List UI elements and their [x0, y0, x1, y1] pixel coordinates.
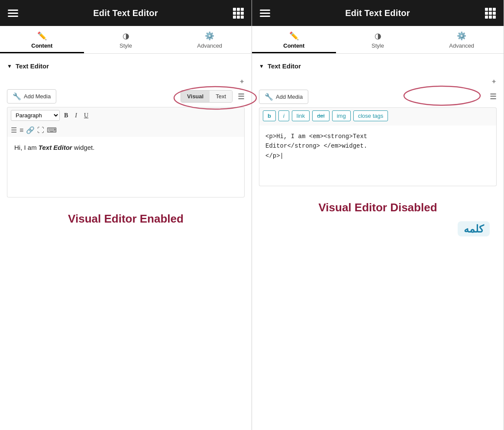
- expand-icon-left[interactable]: ✦: [7, 78, 245, 86]
- tab-advanced-label-right: Advanced: [449, 42, 474, 49]
- right-caption: Visual Editor Disabled: [259, 197, 497, 219]
- expand-area-right: ✦: [259, 78, 497, 86]
- tag-link-button[interactable]: link: [292, 110, 310, 121]
- section-arrow-left: ▼: [7, 63, 12, 69]
- fullscreen-icon[interactable]: ⛶: [37, 126, 44, 134]
- add-media-icon-left: 🔧: [13, 92, 21, 100]
- style-icon-left: ◑: [123, 32, 129, 40]
- format-toolbar-left: Paragraph B I U: [7, 107, 245, 123]
- add-media-label-right: Add Media: [276, 94, 303, 100]
- right-panel: Edit Text Editor ✏️ Content ◑ Style ⚙️ A…: [252, 0, 504, 430]
- link-icon[interactable]: 🔗: [26, 126, 35, 134]
- add-media-icon-right: 🔧: [265, 93, 273, 101]
- db-icon-left[interactable]: ☰: [238, 92, 245, 101]
- left-panel: Edit Text Editor ✏️ Content ◑ Style ⚙️ A…: [0, 0, 252, 430]
- advanced-icon-left: ⚙️: [205, 32, 214, 40]
- left-toolbar-area: 🔧 Add Media Visual Text ☰: [7, 89, 245, 103]
- format-toolbar-2-left: ☰ ≡ 🔗 ⛶ ⌨: [7, 123, 245, 137]
- right-tabs: ✏️ Content ◑ Style ⚙️ Advanced: [252, 26, 504, 54]
- grid-icon-left[interactable]: [233, 8, 244, 19]
- tag-i-button[interactable]: i: [278, 110, 289, 121]
- logo-watermark: كلمه: [259, 219, 497, 241]
- view-toggle-left: Visual Text: [181, 90, 233, 103]
- bold-button[interactable]: B: [61, 111, 71, 120]
- right-text-editor-body[interactable]: <p>Hi, I am <em><strong>Text Editor</str…: [259, 126, 497, 186]
- left-content: ▼ Text Editor ✦ 🔧 Add Media Visu: [0, 54, 252, 430]
- tab-advanced-left[interactable]: ⚙️ Advanced: [168, 26, 252, 53]
- tab-content-label-left: Content: [31, 42, 52, 49]
- pencil-icon-left: ✏️: [37, 32, 47, 40]
- left-tabs: ✏️ Content ◑ Style ⚙️ Advanced: [0, 26, 252, 54]
- tab-style-left[interactable]: ◑ Style: [84, 26, 168, 53]
- left-header: Edit Text Editor: [0, 0, 252, 26]
- editor-text-before: Hi, I am: [14, 144, 39, 151]
- empty-toggle-area: [407, 89, 481, 104]
- paragraph-select[interactable]: Paragraph: [11, 110, 60, 121]
- hamburger-icon-right[interactable]: [260, 10, 270, 17]
- logo-text: كلمه: [458, 221, 490, 236]
- tag-buttons-container: b i link del img close tags: [263, 110, 388, 121]
- grid-icon-right[interactable]: [485, 8, 496, 19]
- right-section-header: ▼ Text Editor: [259, 62, 497, 70]
- left-editor-toolbar: 🔧 Add Media Visual Text ☰: [7, 89, 245, 103]
- add-media-button-left[interactable]: 🔧 Add Media: [7, 89, 56, 103]
- tab-advanced-right[interactable]: ⚙️ Advanced: [420, 26, 504, 53]
- right-section-title: Text Editor: [268, 62, 301, 70]
- text-tab-button[interactable]: Text: [210, 91, 232, 102]
- tag-close-tags-button[interactable]: close tags: [353, 110, 388, 121]
- left-editor-body[interactable]: Hi, I am Text Editor widget.: [7, 137, 245, 197]
- hamburger-icon[interactable]: [8, 10, 18, 17]
- visual-tab-button[interactable]: Visual: [181, 91, 210, 102]
- right-editor-toolbar: 🔧 Add Media ☰: [259, 89, 497, 104]
- tab-style-label-left: Style: [120, 42, 132, 49]
- add-media-button-right[interactable]: 🔧 Add Media: [259, 90, 308, 104]
- text-mode-toolbar-right: b i link del img close tags: [259, 107, 497, 126]
- tab-content-right[interactable]: ✏️ Content: [252, 26, 336, 53]
- pencil-icon-right: ✏️: [289, 32, 299, 40]
- expand-icon-right[interactable]: ✦: [259, 78, 497, 86]
- right-header: Edit Text Editor: [252, 0, 504, 26]
- tab-style-right[interactable]: ◑ Style: [336, 26, 420, 53]
- editor-text-bold-italic: Text Editor: [39, 144, 72, 151]
- underline-button[interactable]: U: [81, 111, 91, 120]
- right-header-title: Edit Text Editor: [345, 8, 410, 18]
- tag-b-button[interactable]: b: [263, 110, 276, 121]
- left-section-header: ▼ Text Editor: [7, 62, 245, 70]
- db-icon-right[interactable]: ☰: [490, 92, 497, 101]
- left-header-title: Edit Text Editor: [93, 8, 158, 18]
- left-section-title: Text Editor: [16, 62, 49, 70]
- right-content: ▼ Text Editor ✦ 🔧 Add Media ☰: [252, 54, 504, 430]
- tab-style-label-right: Style: [372, 42, 384, 49]
- expand-area-left: ✦: [7, 78, 245, 86]
- unordered-list-icon[interactable]: ☰: [11, 126, 17, 134]
- tab-content-label-right: Content: [283, 42, 304, 49]
- ordered-list-icon[interactable]: ≡: [19, 126, 23, 134]
- tag-del-button[interactable]: del: [312, 110, 329, 121]
- editor-text-after: widget.: [72, 144, 95, 151]
- advanced-icon-right: ⚙️: [457, 32, 466, 40]
- keyboard-icon[interactable]: ⌨: [47, 126, 57, 134]
- add-media-label-left: Add Media: [24, 93, 51, 100]
- tab-advanced-label-left: Advanced: [197, 42, 222, 49]
- left-caption: Visual Editor Enabled: [7, 208, 245, 230]
- italic-button[interactable]: I: [72, 111, 80, 120]
- style-icon-right: ◑: [375, 32, 381, 40]
- right-toolbar-area: 🔧 Add Media ☰: [259, 89, 497, 104]
- section-arrow-right: ▼: [259, 63, 264, 69]
- tab-content-left[interactable]: ✏️ Content: [0, 26, 84, 53]
- tag-img-button[interactable]: img: [332, 110, 351, 121]
